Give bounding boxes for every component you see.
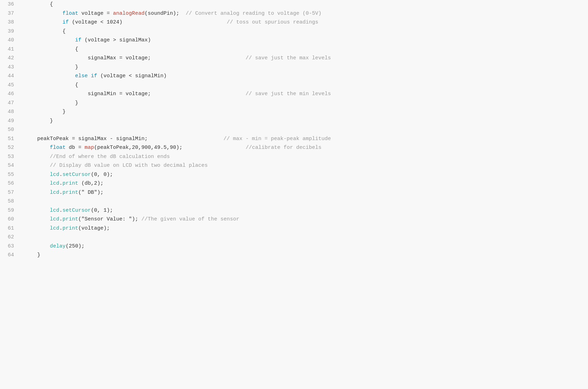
code-token <box>25 207 50 213</box>
line-content: //End of where the dB calculation ends <box>21 152 588 161</box>
table-row: 56 lcd.print (db,2); <box>0 179 588 188</box>
code-token: // save just the min levels <box>246 91 331 97</box>
code-token: (peakToPeak,20,900,49.5,90); <box>94 145 246 151</box>
line-number: 60 <box>0 215 21 224</box>
line-number: 39 <box>0 27 21 36</box>
table-row: 40 if (voltage > signalMax) <box>0 36 588 45</box>
code-token <box>25 216 50 222</box>
table-row: 46 signalMin = voltage; // save just the… <box>0 90 588 99</box>
table-row: 37 float voltage = analogRead(soundPin);… <box>0 9 588 18</box>
table-row: 49 } <box>0 117 588 126</box>
code-token: peakToPeak = signalMax - signalMin; <box>25 136 223 142</box>
code-token: (voltage > signalMax) <box>81 37 151 43</box>
code-token: // save just the max levels <box>246 55 331 61</box>
table-row: 54 // Display dB value on LCD with two d… <box>0 161 588 170</box>
code-token: setCursor <box>62 172 91 178</box>
table-row: 48 } <box>0 107 588 117</box>
line-number: 50 <box>0 125 21 134</box>
code-token: { <box>25 28 66 34</box>
code-token: // max - min = peak-peak amplitude <box>223 136 331 142</box>
code-token: } <box>25 109 66 115</box>
line-content: float voltage = analogRead(soundPin); //… <box>21 9 588 18</box>
code-token: lcd <box>50 225 59 231</box>
code-token: signalMin = voltage; <box>25 91 246 97</box>
line-content: lcd.print(" DB"); <box>21 188 588 197</box>
code-token: //The given value of the sensor <box>141 216 239 222</box>
line-number: 38 <box>0 18 21 27</box>
table-row: 47 } <box>0 99 588 108</box>
line-content <box>21 233 588 242</box>
code-token: lcd <box>50 207 59 213</box>
line-content: { <box>21 0 588 9</box>
line-content: } <box>21 63 588 72</box>
code-token <box>25 190 50 196</box>
code-token <box>25 163 50 169</box>
line-content <box>21 125 588 134</box>
line-number: 59 <box>0 206 21 215</box>
code-token: print <box>62 225 78 231</box>
line-number: 64 <box>0 251 21 260</box>
code-token: print <box>62 190 78 196</box>
table-row: 63 delay(250); <box>0 242 588 251</box>
code-token: (" DB"); <box>78 190 103 196</box>
code-token: float <box>62 11 78 17</box>
line-number: 54 <box>0 161 21 170</box>
table-row: 42 signalMax = voltage; // save just the… <box>0 54 588 63</box>
line-content: delay(250); <box>21 242 588 251</box>
table-row: 51 peakToPeak = signalMax - signalMin; /… <box>0 134 588 144</box>
table-row: 45 { <box>0 81 588 90</box>
code-token: . <box>59 216 62 222</box>
line-number: 42 <box>0 54 21 63</box>
code-token <box>25 180 50 186</box>
code-token <box>25 145 50 151</box>
code-editor: 36 {37 float voltage = analogRead(soundP… <box>0 0 588 389</box>
code-token <box>25 172 50 178</box>
line-content: lcd.print("Sensor Value: "); //The given… <box>21 215 588 224</box>
code-token: } <box>25 118 53 124</box>
code-token: lcd <box>50 190 59 196</box>
table-row: 61 lcd.print(voltage); <box>0 224 588 233</box>
code-token: (db,2); <box>78 180 103 186</box>
code-token: lcd <box>50 216 59 222</box>
code-token: (voltage < signalMin) <box>97 73 167 79</box>
code-token: . <box>59 225 62 231</box>
line-number: 41 <box>0 45 21 54</box>
code-token: (250); <box>66 243 85 249</box>
code-token: } <box>25 252 40 258</box>
code-token: { <box>25 46 78 52</box>
table-row: 41 { <box>0 45 588 54</box>
table-row: 64 } <box>0 251 588 260</box>
line-number: 47 <box>0 99 21 108</box>
line-content: // Display dB value on LCD with two deci… <box>21 161 588 170</box>
code-token: (voltage); <box>78 225 110 231</box>
line-number: 61 <box>0 224 21 233</box>
table-row: 57 lcd.print(" DB"); <box>0 188 588 197</box>
line-number: 62 <box>0 233 21 242</box>
line-content: { <box>21 27 588 36</box>
code-token: print <box>62 180 78 186</box>
code-token: analogRead <box>113 11 145 17</box>
line-number: 63 <box>0 242 21 251</box>
code-token <box>25 11 62 17</box>
table-row: 55 lcd.setCursor(0, 0); <box>0 170 588 179</box>
line-number: 57 <box>0 188 21 197</box>
line-number: 52 <box>0 143 21 152</box>
code-token: if <box>91 73 97 79</box>
line-content: if (voltage < 1024) // toss out spurious… <box>21 18 588 27</box>
code-token: float <box>50 145 66 151</box>
code-token: signalMax = voltage; <box>25 55 246 61</box>
line-content: signalMax = voltage; // save just the ma… <box>21 54 588 63</box>
line-number: 45 <box>0 81 21 90</box>
code-token: voltage = <box>78 11 113 17</box>
code-token: // Display dB value on LCD with two deci… <box>50 163 208 169</box>
table-row: 59 lcd.setCursor(0, 1); <box>0 206 588 215</box>
code-token <box>25 73 75 79</box>
line-number: 49 <box>0 117 21 126</box>
code-token: { <box>25 82 78 88</box>
line-number: 55 <box>0 170 21 179</box>
code-token: (voltage < 1024) <box>69 19 227 25</box>
line-content: float db = map(peakToPeak,20,900,49.5,90… <box>21 143 588 152</box>
line-content: } <box>21 117 588 126</box>
code-token <box>25 19 62 25</box>
code-token: setCursor <box>62 207 91 213</box>
